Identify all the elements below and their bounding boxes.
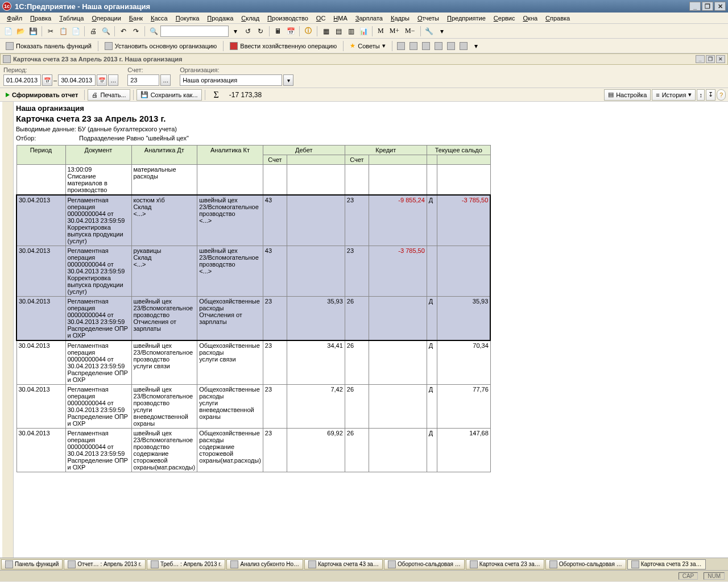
ext4-icon[interactable]: [433, 40, 444, 52]
help-button[interactable]: ?: [717, 89, 726, 101]
taskbar-item[interactable]: Анализ субконто Но…: [226, 559, 303, 569]
date-to-calendar-button[interactable]: 📅: [97, 74, 107, 86]
account-select-button[interactable]: …: [160, 74, 171, 86]
dropdown-icon[interactable]: ▾: [230, 26, 241, 37]
menu-таблица[interactable]: Таблица: [56, 14, 87, 22]
calendar-icon[interactable]: 📅: [285, 26, 296, 37]
menu-касса[interactable]: Касса: [147, 14, 171, 22]
org-select[interactable]: Наша организация: [180, 74, 282, 86]
open-icon[interactable]: 📂: [15, 26, 26, 37]
collapse-button[interactable]: ↧: [706, 89, 715, 101]
save-icon[interactable]: 💾: [27, 26, 39, 37]
taskbar-item[interactable]: Оборотно-сальдовая …: [384, 559, 465, 569]
print-button[interactable]: 🖨 Печать...: [88, 89, 130, 101]
table-row[interactable]: 30.04.2013Регламентная операция 00000000…: [16, 246, 490, 297]
table-row[interactable]: 30.04.2013Регламентная операция 00000000…: [16, 297, 490, 341]
menu-кадры[interactable]: Кадры: [387, 14, 413, 22]
menu-справка[interactable]: Справка: [542, 14, 573, 22]
menu-операции[interactable]: Операции: [88, 14, 124, 22]
menu-окна[interactable]: Окна: [520, 14, 541, 22]
find-icon[interactable]: 🔍: [148, 26, 159, 37]
taskbar-item[interactable]: Отчет… : Апрель 2013 г.: [64, 559, 146, 569]
report1-icon[interactable]: ▦: [320, 26, 332, 37]
th-debit[interactable]: Дебет: [263, 146, 345, 155]
th-doc[interactable]: Документ: [65, 146, 131, 165]
menu-склад[interactable]: Склад: [238, 14, 263, 22]
menu-правка[interactable]: Правка: [27, 14, 55, 22]
doc-restore-button[interactable]: ❐: [706, 55, 715, 63]
m-plus-button[interactable]: M+: [387, 26, 402, 37]
table-row[interactable]: 30.04.2013Регламентная операция 00000000…: [16, 340, 490, 385]
nav-back-icon[interactable]: ↺: [242, 26, 254, 37]
th-period[interactable]: Период: [16, 146, 65, 165]
close-button[interactable]: ✕: [714, 2, 726, 11]
paste-icon[interactable]: 📄: [70, 26, 81, 37]
report3-icon[interactable]: ▥: [345, 26, 357, 37]
table-row[interactable]: 30.04.2013Регламентная операция 00000000…: [16, 385, 490, 429]
ext5-icon[interactable]: [445, 40, 457, 52]
enter-operation-button[interactable]: Ввести хозяйственную операцию: [226, 40, 340, 52]
menu-производство[interactable]: Производство: [264, 14, 312, 22]
th-adt[interactable]: Аналитика Дт: [131, 146, 197, 165]
preview-icon[interactable]: 🔍: [100, 26, 111, 37]
menu-отчеты[interactable]: Отчеты: [414, 14, 442, 22]
history-button[interactable]: ≡ История ▾: [652, 89, 696, 101]
info-icon[interactable]: ⓘ: [303, 26, 314, 37]
menu-ос[interactable]: ОС: [313, 14, 329, 22]
redo-icon[interactable]: ↷: [130, 26, 142, 37]
doc-minimize-button[interactable]: _: [696, 55, 705, 63]
report2-icon[interactable]: ▤: [333, 26, 344, 37]
minimize-button[interactable]: _: [689, 2, 701, 11]
taskbar-item[interactable]: Карточка счета 23 за…: [466, 559, 544, 569]
taskbar-item[interactable]: Карточка счета 43 за…: [304, 559, 383, 569]
table-row[interactable]: 30.04.2013Регламентная операция 00000000…: [16, 429, 490, 472]
th-cacc[interactable]: Счет: [345, 155, 369, 165]
taskbar-item[interactable]: Оборотно-сальдовая …: [545, 559, 626, 569]
chart-icon[interactable]: 📊: [358, 26, 369, 37]
set-org-button[interactable]: Установить основную организацию: [101, 40, 221, 52]
ext3-icon[interactable]: [420, 40, 432, 52]
date-from-input[interactable]: 01.04.2013: [3, 74, 41, 86]
maximize-button[interactable]: ❐: [702, 2, 713, 11]
account-input[interactable]: 23: [127, 74, 159, 86]
report-content[interactable]: Наша организация Карточка счета 23 за Ап…: [0, 102, 728, 558]
m-minus-button[interactable]: M−: [403, 26, 417, 37]
date-from-calendar-button[interactable]: 📅: [42, 74, 52, 86]
taskbar-item[interactable]: Треб… : Апрель 2013 г.: [147, 559, 226, 569]
report-table[interactable]: Период Документ Аналитика Дт Аналитика К…: [16, 145, 491, 472]
expand-button[interactable]: ↕: [697, 89, 705, 101]
nav-fwd-icon[interactable]: ↻: [255, 26, 266, 37]
wrench-icon[interactable]: 🔧: [424, 26, 435, 37]
date-to-input[interactable]: 30.04.2013: [58, 74, 96, 86]
menu-банк[interactable]: Банк: [126, 14, 146, 22]
show-panel-button[interactable]: Показать панель функций: [2, 40, 95, 52]
menu-файл[interactable]: Файл: [3, 14, 26, 22]
saveas-button[interactable]: 💾 Сохранить как...: [136, 89, 202, 101]
cut-icon[interactable]: ✂: [45, 26, 56, 37]
table-row[interactable]: 30.04.2013Регламентная операция 00000000…: [16, 195, 490, 246]
th-akt[interactable]: Аналитика Кт: [197, 146, 263, 165]
period-select-button[interactable]: …: [108, 74, 118, 86]
table-row[interactable]: 13:00:09Списание материалов в производст…: [16, 165, 490, 196]
th-credit[interactable]: Кредит: [345, 146, 427, 155]
menu-предприятие[interactable]: Предприятие: [444, 14, 489, 22]
menu-нма[interactable]: НМА: [330, 14, 350, 22]
tools-dropdown-icon[interactable]: ▾: [436, 26, 448, 37]
org-dropdown-button[interactable]: ▾: [283, 74, 293, 86]
print-icon[interactable]: 🖨: [88, 26, 99, 37]
menu-продажа[interactable]: Продажа: [204, 14, 237, 22]
th-balance[interactable]: Текущее сальдо: [427, 146, 490, 155]
ext7-icon[interactable]: ▾: [470, 40, 482, 52]
form-report-button[interactable]: Сформировать отчет: [2, 89, 81, 101]
undo-icon[interactable]: ↶: [118, 26, 129, 37]
menu-зарплата[interactable]: Зарплата: [352, 14, 386, 22]
taskbar-item[interactable]: Панель функций: [1, 559, 63, 569]
m-button[interactable]: M: [375, 26, 386, 37]
taskbar-item[interactable]: Карточка счета 23 за…: [627, 559, 706, 569]
ext1-icon[interactable]: [395, 40, 407, 52]
ext2-icon[interactable]: [408, 40, 419, 52]
menu-сервис[interactable]: Сервис: [490, 14, 519, 22]
calc-icon[interactable]: 🖩: [272, 26, 284, 37]
doc-close-button[interactable]: ✕: [716, 55, 725, 63]
settings-button[interactable]: ▤ Настройка: [604, 89, 651, 101]
